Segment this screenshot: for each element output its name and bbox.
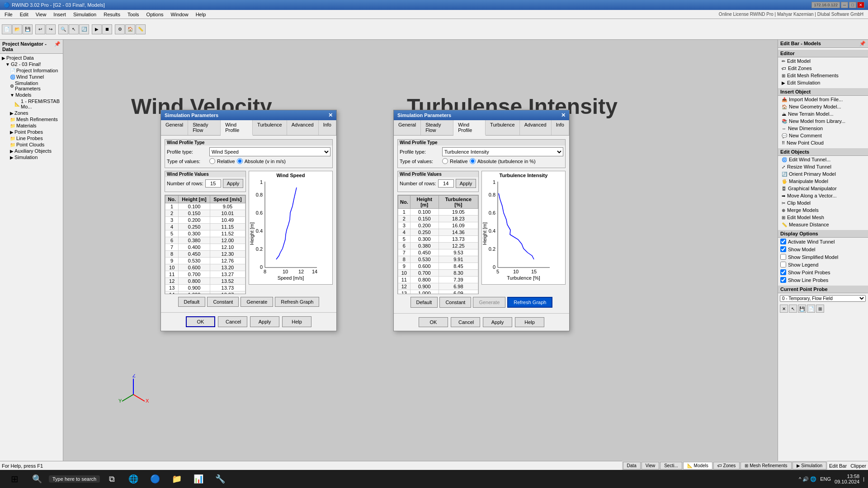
dialog1-refresh-button[interactable]: Refresh Graph bbox=[275, 297, 319, 307]
menu-insert[interactable]: Insert bbox=[50, 11, 70, 18]
dialog2-close-button[interactable]: ✕ bbox=[561, 112, 566, 118]
table-row[interactable]: 70.40012.10 bbox=[165, 244, 245, 251]
dialog2-tab-steadyflow[interactable]: Steady Flow bbox=[421, 120, 453, 135]
right-edit-sim[interactable]: ▶ Edit Simulation bbox=[778, 79, 868, 86]
dialog2-tab-general[interactable]: General bbox=[394, 120, 421, 135]
menu-help[interactable]: Help bbox=[192, 11, 210, 18]
dialog1-help-button[interactable]: Help bbox=[282, 316, 311, 327]
tb-run[interactable]: ▶ bbox=[92, 24, 102, 34]
app2-btn[interactable]: 🔧 bbox=[210, 471, 230, 487]
tb-settings[interactable]: ⚙ bbox=[115, 24, 125, 34]
dialog2-relative-radio[interactable] bbox=[442, 158, 448, 164]
right-show-simplified[interactable]: Show Simplified Model bbox=[778, 253, 868, 261]
tree-g2[interactable]: ▼ G2 - 03 Final! bbox=[1, 61, 62, 67]
tree-models[interactable]: ▼ Models bbox=[1, 92, 62, 98]
right-clip-model[interactable]: ✂ Clip Model bbox=[778, 199, 868, 206]
right-new-terrain[interactable]: ⛰ New Terrain Model... bbox=[778, 110, 868, 117]
table-row[interactable]: 110.70013.27 bbox=[165, 271, 245, 278]
tb-redo[interactable]: ↪ bbox=[46, 24, 56, 34]
table-row[interactable]: 80.45012.30 bbox=[165, 251, 245, 258]
show-desktop[interactable]: | bbox=[863, 476, 864, 482]
show-pointprobes-checkbox[interactable] bbox=[780, 269, 786, 275]
table-row[interactable]: 10.1009.05 bbox=[165, 203, 245, 210]
table-row[interactable]: 20.15010.01 bbox=[165, 210, 245, 217]
dialog1-tab-windprofile[interactable]: Wind Profile bbox=[221, 120, 253, 136]
probe-btn2[interactable]: ↖ bbox=[789, 305, 797, 313]
right-edit-modelmesh[interactable]: ⊞ Edit Model Mesh bbox=[778, 214, 868, 221]
dialog1-profile-type-select[interactable]: Wind Speed bbox=[209, 147, 330, 156]
nav-models[interactable]: 📐 Models bbox=[683, 462, 712, 469]
tree-aux-objects[interactable]: ▶ Auxiliary Objects bbox=[1, 148, 62, 154]
edge-btn[interactable]: 🌐 bbox=[123, 471, 143, 487]
right-show-lineprobes[interactable]: Show Line Probes bbox=[778, 276, 868, 284]
dialog2-cancel-button[interactable]: Cancel bbox=[451, 317, 480, 327]
dialog2-ok-button[interactable]: OK bbox=[419, 317, 448, 327]
nav-mesh[interactable]: ⊞ Mesh Refinements bbox=[741, 462, 791, 469]
right-import-model[interactable]: 📥 Import Model from File... bbox=[778, 96, 868, 103]
dialog1-apply-rows-button[interactable]: Apply bbox=[223, 179, 244, 188]
table-row[interactable]: 50.30013.73 bbox=[398, 236, 478, 243]
dialog2-constant-button[interactable]: Constant bbox=[439, 297, 471, 308]
right-activate-windtunnel[interactable]: Activate Wind Tunnel bbox=[778, 238, 868, 245]
dialog1-cancel-button[interactable]: Cancel bbox=[218, 316, 247, 327]
dialog1-absolute-radio[interactable] bbox=[237, 158, 243, 164]
maximize-button[interactable]: □ bbox=[849, 2, 856, 8]
tree-simulation[interactable]: ▶ Simulation bbox=[1, 154, 62, 160]
tb-stop[interactable]: ⏹ bbox=[102, 24, 112, 34]
tree-model1[interactable]: 📐 1 - RFEM/RSTAB Mo... bbox=[1, 98, 62, 110]
right-new-dimension[interactable]: ↔ New Dimension bbox=[778, 125, 868, 132]
right-edit-mesh[interactable]: ⊞ Edit Mesh Refinements bbox=[778, 72, 868, 79]
right-show-legend[interactable]: Show Legend bbox=[778, 261, 868, 268]
dialog1-apply-button[interactable]: Apply bbox=[250, 316, 279, 327]
dialog2-title[interactable]: Simulation Parameters ✕ bbox=[394, 110, 569, 120]
right-new-comment[interactable]: 💬 New Comment bbox=[778, 132, 868, 139]
nav-data[interactable]: Data bbox=[623, 462, 641, 469]
close-button[interactable]: ✕ bbox=[857, 2, 864, 8]
show-model-checkbox[interactable] bbox=[780, 246, 786, 252]
menu-options[interactable]: Options bbox=[143, 11, 167, 18]
right-show-pointprobes[interactable]: Show Point Probes bbox=[778, 268, 868, 276]
tb-zoom[interactable]: 🔍 bbox=[58, 24, 68, 34]
dialog2-default-button[interactable]: Default bbox=[410, 297, 438, 308]
nav-secti[interactable]: Secti... bbox=[660, 462, 682, 469]
menu-results[interactable]: Results bbox=[100, 11, 124, 18]
show-legend-checkbox[interactable] bbox=[780, 262, 786, 267]
minimize-button[interactable]: ─ bbox=[841, 2, 848, 8]
app1-btn[interactable]: 📊 bbox=[189, 471, 208, 487]
dialog2-profile-type-select[interactable]: Turbulence Intensity bbox=[442, 147, 563, 156]
chrome-btn[interactable]: 🔵 bbox=[145, 471, 165, 487]
right-show-model[interactable]: Show Model bbox=[778, 245, 868, 253]
right-edit-model[interactable]: ✏ Edit Model bbox=[778, 57, 868, 65]
dialog1-close-button[interactable]: ✕ bbox=[328, 112, 333, 118]
right-edit-windtunnel[interactable]: 🌀 Edit Wind Tunnel... bbox=[778, 156, 868, 163]
table-row[interactable]: 100.7008.30 bbox=[398, 270, 478, 277]
table-row[interactable]: 120.9006.98 bbox=[398, 283, 478, 290]
right-panel-pin[interactable]: 📌 bbox=[859, 41, 866, 47]
table-row[interactable]: 60.38012.25 bbox=[398, 243, 478, 249]
tb-undo[interactable]: ↩ bbox=[35, 24, 45, 34]
right-measure[interactable]: 📏 Measure Distance bbox=[778, 221, 868, 228]
table-row[interactable]: 110.8007.39 bbox=[398, 277, 478, 283]
table-row[interactable]: 40.25011.15 bbox=[165, 224, 245, 230]
dialog2-generate-button[interactable]: Generate bbox=[473, 297, 505, 308]
dialog2-apply-button[interactable]: Apply bbox=[483, 317, 512, 327]
table-row[interactable]: 141.00013.97 bbox=[165, 291, 245, 295]
tb-select[interactable]: ↖ bbox=[69, 24, 79, 34]
dialog1-tab-advanced[interactable]: Advanced bbox=[287, 120, 319, 135]
table-row[interactable]: 30.20010.49 bbox=[165, 217, 245, 224]
dialog1-title[interactable]: Simulation Parameters ✕ bbox=[161, 110, 336, 120]
right-manipulate[interactable]: 🖐 Manipulate Model bbox=[778, 178, 868, 185]
search-taskbar[interactable]: 🔍 bbox=[27, 471, 47, 487]
table-row[interactable]: 70.4509.53 bbox=[398, 249, 478, 256]
tree-sim-params[interactable]: ⚙ Simulation Parameters bbox=[1, 80, 62, 92]
table-row[interactable]: 80.5309.91 bbox=[398, 256, 478, 263]
table-row[interactable]: 60.38012.00 bbox=[165, 237, 245, 244]
tb-view3d[interactable]: 🏠 bbox=[125, 24, 135, 34]
dialog1-tab-steadyflow[interactable]: Steady Flow bbox=[188, 120, 221, 135]
tree-zones[interactable]: ▶ Zones bbox=[1, 110, 62, 116]
tree-mesh[interactable]: 📁 Mesh Refinements bbox=[1, 116, 62, 122]
menu-window[interactable]: Window bbox=[167, 11, 192, 18]
show-simplified-checkbox[interactable] bbox=[780, 254, 786, 260]
menu-edit[interactable]: Edit bbox=[16, 11, 32, 18]
nav-view[interactable]: View bbox=[642, 462, 660, 469]
